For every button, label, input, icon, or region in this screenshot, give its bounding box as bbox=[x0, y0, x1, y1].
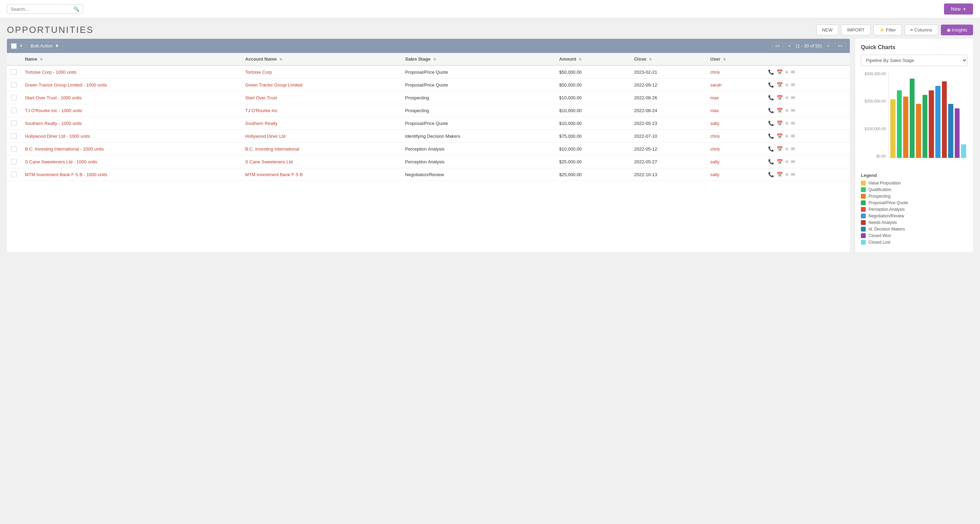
opportunity-name[interactable]: Tortoise Corp - 1000 units bbox=[21, 65, 241, 79]
chart-bar[interactable] bbox=[903, 97, 908, 158]
filter-button[interactable]: ⚡ Filter bbox=[873, 25, 902, 35]
list-icon[interactable]: ≡ bbox=[785, 121, 788, 126]
chart-bar[interactable] bbox=[897, 91, 902, 158]
chart-bar[interactable] bbox=[935, 86, 940, 158]
row-checkbox[interactable] bbox=[11, 95, 17, 100]
chart-bar[interactable] bbox=[923, 95, 928, 158]
list-icon[interactable]: ≡ bbox=[785, 95, 788, 100]
email-icon[interactable]: ✉ bbox=[791, 133, 795, 139]
user[interactable]: sarah bbox=[706, 79, 764, 91]
user[interactable]: chris bbox=[706, 65, 764, 79]
account-name[interactable]: MTM Investment Bank F S B bbox=[241, 168, 401, 181]
list-icon[interactable]: ≡ bbox=[785, 108, 788, 113]
calendar-icon[interactable]: 📅 bbox=[777, 108, 783, 113]
calendar-icon[interactable]: 📅 bbox=[777, 95, 783, 100]
row-checkbox[interactable] bbox=[11, 82, 17, 87]
row-checkbox[interactable] bbox=[11, 69, 17, 75]
chart-bar[interactable] bbox=[916, 104, 921, 158]
chart-bar[interactable] bbox=[890, 99, 896, 158]
email-icon[interactable]: ✉ bbox=[791, 146, 795, 152]
call-icon[interactable]: 📞 bbox=[768, 133, 774, 139]
columns-button[interactable]: ≡ Columns bbox=[905, 25, 938, 35]
opportunity-name[interactable]: TJ O'Rourke Inc - 1000 units bbox=[21, 104, 241, 117]
th-close[interactable]: Close ⇅ bbox=[630, 53, 706, 65]
account-name[interactable]: Tortoise Corp bbox=[241, 65, 401, 79]
call-icon[interactable]: 📞 bbox=[768, 69, 774, 75]
email-icon[interactable]: ✉ bbox=[791, 69, 795, 75]
row-checkbox[interactable] bbox=[11, 171, 17, 177]
prev-page-button[interactable]: < bbox=[785, 42, 794, 50]
user[interactable]: sally bbox=[706, 117, 764, 130]
row-checkbox[interactable] bbox=[11, 121, 17, 126]
user[interactable]: chris bbox=[706, 143, 764, 156]
calendar-icon[interactable]: 📅 bbox=[777, 146, 783, 152]
user[interactable]: sally bbox=[706, 168, 764, 181]
opportunity-name[interactable]: Start Over Trust - 1000 units bbox=[21, 91, 241, 104]
email-icon[interactable]: ✉ bbox=[791, 159, 795, 164]
account-name[interactable]: Southern Realty bbox=[241, 117, 401, 130]
search-box[interactable]: 🔍 bbox=[7, 4, 83, 14]
email-icon[interactable]: ✉ bbox=[791, 108, 795, 113]
search-input[interactable] bbox=[11, 6, 72, 12]
email-icon[interactable]: ✉ bbox=[791, 171, 795, 177]
select-all-checkbox[interactable] bbox=[11, 43, 17, 49]
account-name[interactable]: TJ O'Rourke Inc bbox=[241, 104, 401, 117]
calendar-icon[interactable]: 📅 bbox=[777, 171, 783, 177]
th-account-name[interactable]: Account Name ⇅ bbox=[241, 53, 401, 65]
email-icon[interactable]: ✉ bbox=[791, 82, 795, 87]
row-checkbox[interactable] bbox=[11, 133, 17, 139]
insights-button[interactable]: ◉ Insights bbox=[941, 25, 973, 35]
calendar-icon[interactable]: 📅 bbox=[777, 69, 783, 75]
new-button[interactable]: New ▼ bbox=[944, 3, 973, 14]
list-icon[interactable]: ≡ bbox=[785, 69, 788, 75]
th-user[interactable]: User ⇅ bbox=[706, 53, 764, 65]
new-header-button[interactable]: NEW bbox=[816, 25, 838, 35]
account-name[interactable]: Hollywood Diner Ltd bbox=[241, 130, 401, 143]
chart-type-select[interactable]: Pipeline By Sales Stage bbox=[861, 55, 967, 66]
checkbox-dropdown-arrow[interactable]: ▼ bbox=[18, 43, 25, 48]
calendar-icon[interactable]: 📅 bbox=[777, 159, 783, 164]
row-checkbox[interactable] bbox=[11, 159, 17, 164]
call-icon[interactable]: 📞 bbox=[768, 146, 774, 152]
opportunity-name[interactable]: Hollywood Diner Ltd - 1000 units bbox=[21, 130, 241, 143]
user[interactable]: chris bbox=[706, 130, 764, 143]
account-name[interactable]: B.C. Investing International bbox=[241, 143, 401, 156]
account-name[interactable]: S Cane Sweeteners Ltd bbox=[241, 156, 401, 168]
chart-bar[interactable] bbox=[910, 79, 915, 158]
th-amount[interactable]: Amount ⇅ bbox=[555, 53, 630, 65]
first-page-button[interactable]: << bbox=[772, 42, 783, 50]
chart-bar[interactable] bbox=[955, 108, 960, 158]
list-icon[interactable]: ≡ bbox=[785, 133, 788, 139]
list-icon[interactable]: ≡ bbox=[785, 171, 788, 177]
user[interactable]: max bbox=[706, 91, 764, 104]
calendar-icon[interactable]: 📅 bbox=[777, 121, 783, 126]
call-icon[interactable]: 📞 bbox=[768, 108, 774, 113]
list-icon[interactable]: ≡ bbox=[785, 159, 788, 164]
list-icon[interactable]: ≡ bbox=[785, 82, 788, 87]
import-button[interactable]: IMPORT bbox=[841, 25, 870, 35]
calendar-icon[interactable]: 📅 bbox=[777, 82, 783, 87]
account-name[interactable]: Start Over Trust bbox=[241, 91, 401, 104]
row-checkbox[interactable] bbox=[11, 146, 17, 152]
call-icon[interactable]: 📞 bbox=[768, 171, 774, 177]
next-page-button[interactable]: > bbox=[824, 42, 832, 50]
list-icon[interactable]: ≡ bbox=[785, 146, 788, 152]
chart-bar[interactable] bbox=[942, 81, 947, 158]
email-icon[interactable]: ✉ bbox=[791, 121, 795, 126]
bulk-action-button[interactable]: Bulk Action ▼ bbox=[27, 41, 63, 50]
email-icon[interactable]: ✉ bbox=[791, 95, 795, 100]
opportunity-name[interactable]: Southern Realty - 1000 units bbox=[21, 117, 241, 130]
chart-bar[interactable] bbox=[961, 144, 966, 158]
opportunity-name[interactable]: B.C. Investing International - 1000 unit… bbox=[21, 143, 241, 156]
opportunity-name[interactable]: S Cane Sweeteners Ltd - 1000 units bbox=[21, 156, 241, 168]
user[interactable]: sally bbox=[706, 156, 764, 168]
call-icon[interactable]: 📞 bbox=[768, 95, 774, 100]
row-checkbox[interactable] bbox=[11, 108, 17, 113]
call-icon[interactable]: 📞 bbox=[768, 82, 774, 87]
chart-bar[interactable] bbox=[948, 104, 953, 158]
last-page-button[interactable]: >> bbox=[835, 42, 846, 50]
chart-bar[interactable] bbox=[929, 91, 934, 158]
call-icon[interactable]: 📞 bbox=[768, 121, 774, 126]
th-sales-stage[interactable]: Sales Stage ⇅ bbox=[401, 53, 555, 65]
user[interactable]: max bbox=[706, 104, 764, 117]
